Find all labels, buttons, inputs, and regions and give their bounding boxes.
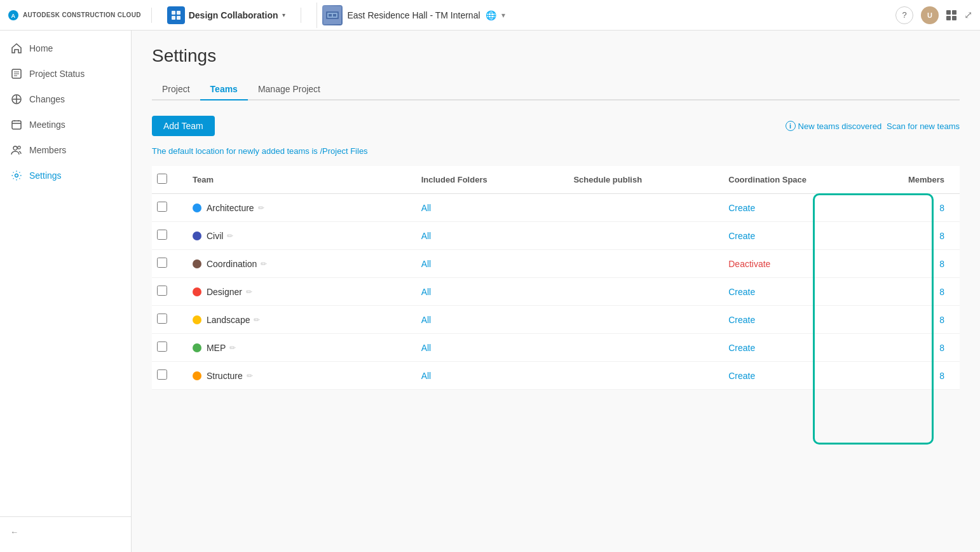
create-coord-button[interactable]: Create	[728, 343, 755, 353]
sidebar-item-project-status[interactable]: Project Status	[0, 61, 131, 86]
edit-team-icon[interactable]: ✏	[254, 315, 260, 324]
sidebar-members-label: Members	[29, 145, 66, 155]
row-members-cell: 8	[883, 334, 960, 362]
create-coord-button[interactable]: Create	[728, 371, 755, 381]
sidebar-collapse-button[interactable]: ←	[10, 522, 121, 542]
row-coord-cell: Create	[716, 334, 883, 362]
folders-link[interactable]: All	[421, 315, 432, 325]
edit-team-icon[interactable]: ✏	[246, 287, 252, 296]
folders-link[interactable]: All	[421, 203, 432, 213]
members-count[interactable]: 8	[939, 343, 944, 353]
team-color-dot	[193, 231, 201, 240]
row-schedule-cell	[563, 362, 716, 390]
main-content: Settings Project Teams Manage Project Ad…	[132, 31, 980, 552]
tab-project[interactable]: Project	[152, 79, 200, 100]
edit-team-icon[interactable]: ✏	[247, 371, 253, 380]
sidebar-item-changes[interactable]: Changes	[0, 86, 131, 112]
topbar-right: ? U ⤢	[895, 6, 972, 24]
scan-for-new-teams-button[interactable]: Scan for new teams	[887, 121, 960, 131]
row-check-cell	[152, 362, 182, 390]
members-count[interactable]: 8	[939, 315, 944, 325]
create-coord-button[interactable]: Create	[728, 203, 755, 213]
globe-icon: 🌐	[486, 10, 496, 20]
folders-link[interactable]: All	[421, 371, 432, 381]
row-checkbox-1[interactable]	[157, 230, 167, 240]
members-count[interactable]: 8	[939, 371, 944, 381]
app-switcher[interactable]: Design Collaboration ▾	[162, 4, 290, 27]
tab-teams[interactable]: Teams	[200, 79, 248, 100]
autodesk-logo-icon: A	[8, 10, 19, 21]
row-folders-cell: All	[411, 250, 564, 278]
row-check-cell	[152, 306, 182, 334]
row-schedule-cell	[563, 334, 716, 362]
row-checkbox-0[interactable]	[157, 202, 167, 212]
row-schedule-cell	[563, 306, 716, 334]
row-checkbox-6[interactable]	[157, 369, 167, 380]
sidebar-project-status-label: Project Status	[29, 69, 85, 79]
autodesk-logo: A AUTODESK CONSTRUCTION CLOUD	[8, 10, 141, 21]
avatar-initials: U	[927, 11, 932, 19]
folders-link[interactable]: All	[421, 343, 432, 353]
row-folders-cell: All	[411, 278, 564, 306]
deactivate-button[interactable]: Deactivate	[728, 259, 770, 269]
folders-link[interactable]: All	[421, 287, 432, 297]
sidebar-item-home[interactable]: Home	[0, 36, 131, 61]
members-count[interactable]: 8	[939, 259, 944, 269]
new-teams-text: New teams discovered	[798, 121, 882, 131]
sidebar-item-meetings[interactable]: Meetings	[0, 112, 131, 137]
edit-team-icon[interactable]: ✏	[227, 231, 233, 240]
sidebar-meetings-label: Meetings	[29, 120, 65, 130]
create-coord-button[interactable]: Create	[728, 315, 755, 325]
row-checkbox-5[interactable]	[157, 342, 167, 352]
grid-icon[interactable]	[946, 10, 956, 20]
create-coord-button[interactable]: Create	[728, 231, 755, 241]
select-all-checkbox[interactable]	[157, 174, 167, 184]
members-count[interactable]: 8	[939, 287, 944, 297]
edit-team-icon[interactable]: ✏	[258, 204, 264, 212]
row-checkbox-4[interactable]	[157, 314, 167, 324]
members-count[interactable]: 8	[939, 203, 944, 213]
team-name: Coordination	[207, 259, 257, 269]
row-coord-cell: Create	[716, 306, 883, 334]
members-count[interactable]: 8	[939, 231, 944, 241]
expand-icon[interactable]: ⤢	[964, 9, 972, 21]
col-header-members: Members	[883, 166, 960, 194]
row-checkbox-2[interactable]	[157, 258, 167, 268]
folders-link[interactable]: All	[421, 231, 432, 241]
sidebar-bottom: ←	[0, 516, 131, 547]
team-name: MEP	[207, 343, 226, 353]
help-button[interactable]: ?	[895, 6, 913, 24]
svg-rect-13	[12, 121, 21, 129]
row-folders-cell: All	[411, 306, 564, 334]
collapse-icon: ←	[10, 527, 18, 537]
svg-point-14	[13, 146, 17, 150]
table-header: Team Included Folders Schedule publish C…	[152, 166, 960, 194]
svg-rect-4	[172, 16, 175, 20]
tab-manage-project[interactable]: Manage Project	[248, 79, 330, 100]
row-coord-cell: Deactivate	[716, 250, 883, 278]
row-checkbox-3[interactable]	[157, 286, 167, 296]
edit-team-icon[interactable]: ✏	[261, 259, 267, 268]
svg-point-15	[18, 146, 20, 149]
toolbar-row: Add Team i New teams discovered Scan for…	[152, 116, 960, 136]
project-selector[interactable]: East Residence Hall - TM Internal 🌐 ▾	[316, 3, 510, 28]
add-team-button[interactable]: Add Team	[152, 116, 215, 136]
design-collab-icon	[171, 10, 181, 20]
svg-rect-9	[329, 14, 332, 17]
user-avatar[interactable]: U	[921, 6, 939, 24]
svg-text:A: A	[11, 13, 16, 19]
col-schedule-label: Schedule publish	[573, 175, 642, 184]
team-name: Designer	[207, 287, 242, 297]
project-thumbnail	[322, 5, 343, 25]
team-name: Structure	[207, 371, 243, 381]
team-name-cell: Landscape ✏	[193, 315, 401, 325]
folders-link[interactable]: All	[421, 259, 432, 269]
sidebar-item-members[interactable]: Members	[0, 137, 131, 163]
edit-team-icon[interactable]: ✏	[229, 343, 236, 352]
row-schedule-cell	[563, 278, 716, 306]
settings-tabs: Project Teams Manage Project	[152, 79, 960, 100]
topbar: A AUTODESK CONSTRUCTION CLOUD Design Col…	[0, 0, 980, 31]
sidebar-item-settings[interactable]: Settings	[0, 163, 131, 188]
col-folders-label: Included Folders	[421, 175, 487, 184]
create-coord-button[interactable]: Create	[728, 287, 755, 297]
